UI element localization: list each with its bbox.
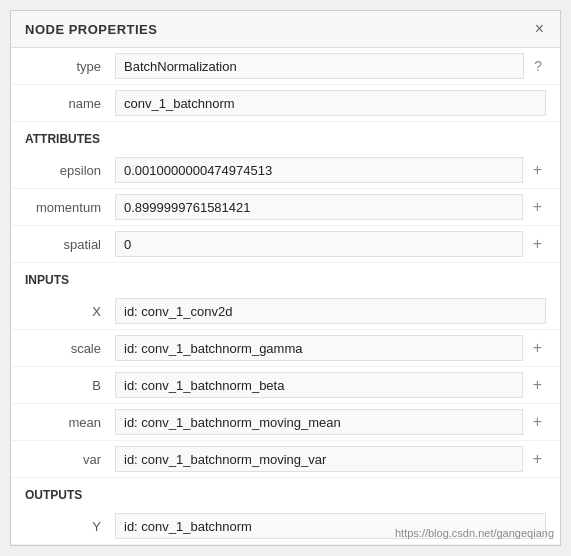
outputs-section: OUTPUTS Y id: conv_1_batchnorm [11, 478, 560, 545]
var-plus-button[interactable]: + [529, 451, 546, 467]
mean-label: mean [25, 415, 115, 430]
momentum-label: momentum [25, 200, 115, 215]
input-row-var: var id: conv_1_batchnorm_moving_var + [11, 441, 560, 478]
epsilon-label: epsilon [25, 163, 115, 178]
name-row: name conv_1_batchnorm [11, 85, 560, 122]
y-value: id: conv_1_batchnorm [115, 513, 546, 539]
spatial-plus-button[interactable]: + [529, 236, 546, 252]
mean-plus-button[interactable]: + [529, 414, 546, 430]
input-row-scale: scale id: conv_1_batchnorm_gamma + [11, 330, 560, 367]
inputs-label: INPUTS [11, 263, 560, 293]
panel-header: NODE PROPERTIES × [11, 11, 560, 48]
attribute-row-momentum: momentum 0.8999999761581421 + [11, 189, 560, 226]
input-row-mean: mean id: conv_1_batchnorm_moving_mean + [11, 404, 560, 441]
b-label: B [25, 378, 115, 393]
type-value: BatchNormalization [115, 53, 524, 79]
output-row-y: Y id: conv_1_batchnorm [11, 508, 560, 545]
input-row-b: B id: conv_1_batchnorm_beta + [11, 367, 560, 404]
name-value: conv_1_batchnorm [115, 90, 546, 116]
attributes-section: ATTRIBUTES epsilon 0.0010000000474974513… [11, 122, 560, 263]
panel-title: NODE PROPERTIES [25, 22, 157, 37]
var-value: id: conv_1_batchnorm_moving_var [115, 446, 523, 472]
attribute-row-epsilon: epsilon 0.0010000000474974513 + [11, 152, 560, 189]
scale-plus-button[interactable]: + [529, 340, 546, 356]
type-label: type [25, 59, 115, 74]
attributes-label: ATTRIBUTES [11, 122, 560, 152]
input-row-x: X id: conv_1_conv2d [11, 293, 560, 330]
attribute-row-spatial: spatial 0 + [11, 226, 560, 263]
var-label: var [25, 452, 115, 467]
outputs-label: OUTPUTS [11, 478, 560, 508]
spatial-value: 0 [115, 231, 523, 257]
epsilon-plus-button[interactable]: + [529, 162, 546, 178]
momentum-plus-button[interactable]: + [529, 199, 546, 215]
close-button[interactable]: × [533, 21, 546, 37]
scale-label: scale [25, 341, 115, 356]
spatial-label: spatial [25, 237, 115, 252]
b-value: id: conv_1_batchnorm_beta [115, 372, 523, 398]
x-value: id: conv_1_conv2d [115, 298, 546, 324]
type-row: type BatchNormalization ? [11, 48, 560, 85]
epsilon-value: 0.0010000000474974513 [115, 157, 523, 183]
momentum-value: 0.8999999761581421 [115, 194, 523, 220]
name-label: name [25, 96, 115, 111]
inputs-section: INPUTS X id: conv_1_conv2d scale id: con… [11, 263, 560, 478]
b-plus-button[interactable]: + [529, 377, 546, 393]
y-label: Y [25, 519, 115, 534]
mean-value: id: conv_1_batchnorm_moving_mean [115, 409, 523, 435]
scale-value: id: conv_1_batchnorm_gamma [115, 335, 523, 361]
node-properties-panel: NODE PROPERTIES × type BatchNormalizatio… [10, 10, 561, 546]
type-help-button[interactable]: ? [530, 58, 546, 74]
x-label: X [25, 304, 115, 319]
